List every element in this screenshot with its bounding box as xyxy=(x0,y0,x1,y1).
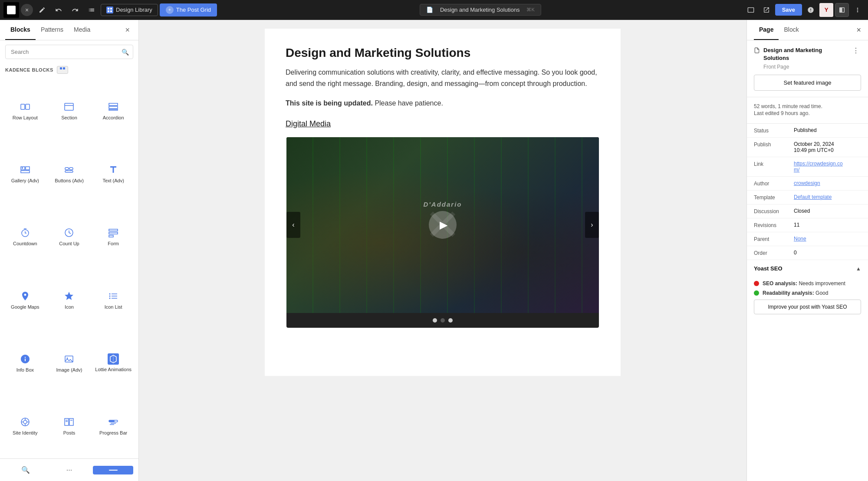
rp-tab-page[interactable]: Page xyxy=(754,20,779,40)
block-label-gallery: Gallery (Adv) xyxy=(11,178,39,184)
block-label-row-layout: Row Layout xyxy=(13,115,38,121)
svg-rect-10 xyxy=(109,103,118,105)
set-featured-image-button[interactable]: Set featured image xyxy=(754,75,861,91)
search-input[interactable] xyxy=(5,45,133,59)
block-icon-section xyxy=(63,101,75,113)
block-label-progressbar: Progress Bar xyxy=(99,430,127,436)
block-info-box[interactable]: Info Box xyxy=(3,331,47,393)
svg-rect-23 xyxy=(109,229,118,231)
svg-rect-8 xyxy=(65,103,73,110)
rp-close-button[interactable]: × xyxy=(856,26,861,35)
bottom-line-btn[interactable] xyxy=(93,466,133,474)
yoast-seo-content: SEO analysis: Needs improvement Readabil… xyxy=(747,277,868,320)
sidebar-close-button[interactable]: × xyxy=(122,20,133,40)
save-button[interactable]: Save xyxy=(775,4,802,16)
edit-button[interactable] xyxy=(35,3,49,16)
block-icon-form xyxy=(107,227,119,239)
rp-link-label: Link xyxy=(754,161,789,167)
rp-status-label: Status xyxy=(754,127,789,134)
search-area: 🔍 xyxy=(0,40,138,63)
block-section[interactable]: Section xyxy=(48,79,91,141)
block-label-iconlist: Icon List xyxy=(105,304,122,310)
block-image-adv[interactable]: Image (Adv) xyxy=(48,331,91,393)
block-icon-gallery xyxy=(19,164,31,176)
carousel-dot-3[interactable] xyxy=(448,318,453,323)
rp-template-row: Template Default template xyxy=(747,191,868,204)
svg-rect-17 xyxy=(65,168,69,170)
block-label-countup: Count Up xyxy=(59,240,79,247)
rp-last-edited: Last edited 9 hours ago. xyxy=(754,110,861,116)
settings-panel-button[interactable] xyxy=(835,3,849,17)
canvas: Design and Marketing Solutions Deliverin… xyxy=(139,20,746,481)
block-row-layout[interactable]: Row Layout xyxy=(3,79,47,141)
list-view-button[interactable] xyxy=(84,3,99,16)
svg-rect-1 xyxy=(110,8,112,10)
block-icon[interactable]: Icon xyxy=(48,268,91,330)
external-link-button[interactable] xyxy=(760,3,773,17)
block-gallery-adv[interactable]: Gallery (Adv) xyxy=(3,142,47,204)
video-placeholder: D'Addario ✕ ▶ ‹ xyxy=(286,137,599,313)
yoast-button[interactable]: Y xyxy=(819,3,833,17)
rp-more-button[interactable]: ⋮ xyxy=(851,46,861,55)
bottom-search-btn[interactable]: 🔍 xyxy=(5,462,46,478)
tab-patterns[interactable]: Patterns xyxy=(36,20,69,40)
rp-template-value[interactable]: Default template xyxy=(794,194,861,200)
block-icon-row-layout xyxy=(19,101,31,113)
rp-page-doc-icon xyxy=(754,47,760,55)
block-buttons-adv[interactable]: Buttons (Adv) xyxy=(48,142,91,204)
bottom-more-btn[interactable]: ··· xyxy=(49,463,89,478)
improve-yoast-button[interactable]: Improve your post with Yoast SEO xyxy=(754,300,861,314)
svg-rect-24 xyxy=(109,232,118,234)
block-form[interactable]: Form xyxy=(92,205,135,267)
block-label-text: Text (Adv) xyxy=(102,178,124,184)
yoast-seo-analysis-row: SEO analysis: Needs improvement xyxy=(754,280,861,287)
block-label-form: Form xyxy=(108,240,119,247)
carousel-dot-1[interactable] xyxy=(433,318,437,323)
rp-author-value[interactable]: crowdesign xyxy=(794,180,861,186)
svg-rect-15 xyxy=(21,171,30,173)
rp-parent-value[interactable]: None xyxy=(794,236,861,242)
svg-point-35 xyxy=(23,420,27,424)
rp-tab-block[interactable]: Block xyxy=(779,20,804,40)
block-label-accordion: Accordion xyxy=(103,115,124,121)
block-posts[interactable]: Posts xyxy=(48,395,91,457)
video-brand-text: D'Addario xyxy=(423,200,462,208)
block-icon-siteidentity xyxy=(19,416,31,428)
digital-media-link[interactable]: Digital Media xyxy=(286,119,600,128)
block-icon-list[interactable]: Icon List xyxy=(92,268,135,330)
block-icon-image xyxy=(63,353,75,365)
rp-template-label: Template xyxy=(754,194,789,201)
more-options-button[interactable] xyxy=(851,3,865,17)
postgrid-button[interactable]: + The Post Grid xyxy=(160,3,217,16)
tab-blocks[interactable]: Blocks xyxy=(5,20,36,40)
yoast-chevron-up-icon: ▲ xyxy=(856,266,861,272)
rp-order-value: 0 xyxy=(794,250,861,256)
canvas-content: Design and Marketing Solutions Deliverin… xyxy=(265,29,621,376)
design-library-button[interactable]: Design Library xyxy=(101,4,158,16)
block-countdown[interactable]: Countdown xyxy=(3,205,47,267)
carousel-dots xyxy=(286,313,599,328)
undo-button[interactable] xyxy=(51,3,66,16)
block-lottie[interactable]: Lottie Animations xyxy=(92,331,135,393)
page-title-bar[interactable]: 📄 Design and Marketing Solutions ⌘K xyxy=(420,4,541,16)
view-mode-button[interactable] xyxy=(744,3,758,17)
block-label-image: Image (Adv) xyxy=(56,367,82,373)
block-text-adv[interactable]: Text (Adv) xyxy=(92,142,135,204)
carousel-dot-2[interactable] xyxy=(441,318,445,323)
rp-link-value[interactable]: https://crowdesign.co m/ xyxy=(794,161,861,173)
yoast-seo-header[interactable]: Yoast SEO ▲ xyxy=(747,260,868,277)
sidebar-bottom: 🔍 ··· xyxy=(0,458,138,481)
tab-media[interactable]: Media xyxy=(69,20,95,40)
block-google-maps[interactable]: Google Maps xyxy=(3,268,47,330)
rp-author-label: Author xyxy=(754,180,789,187)
block-accordion[interactable]: Accordion xyxy=(92,79,135,141)
block-site-identity[interactable]: Site Identity xyxy=(3,395,47,457)
block-icon-progressbar xyxy=(107,416,119,428)
video-play-button[interactable]: ▶ xyxy=(429,211,457,239)
topbar-right: Save Y xyxy=(744,3,865,17)
redo-button[interactable] xyxy=(68,3,82,16)
block-progress-bar[interactable]: Progress Bar xyxy=(92,395,135,457)
settings-more-button[interactable] xyxy=(804,3,818,17)
close-button[interactable]: × xyxy=(21,4,33,16)
block-count-up[interactable]: Count Up xyxy=(48,205,91,267)
